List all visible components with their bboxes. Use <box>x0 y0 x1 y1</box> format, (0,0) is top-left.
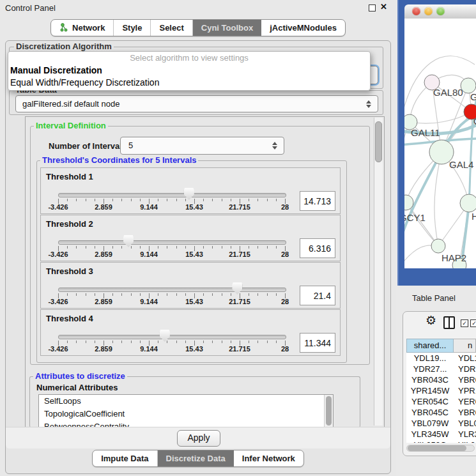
table-panel-title: Table Panel <box>412 293 456 303</box>
table-data-combobox[interactable]: galFiltered.sif default node <box>15 95 378 112</box>
threshold-1-value-field[interactable]: 14.713 <box>300 191 335 211</box>
split-view-icon[interactable] <box>443 316 455 329</box>
discretization-algorithm-group-title: Discretization Algorithm <box>14 42 114 51</box>
dropdown-item-manual-discretization[interactable]: Manual Discretization <box>8 65 370 77</box>
threshold-label: Threshold 1 <box>46 172 93 181</box>
settings-vertical-scrollbar[interactable] <box>374 118 383 426</box>
tab-discretize-data[interactable]: Discretize Data <box>158 450 234 466</box>
checkbox-icon[interactable]: ✓ <box>470 319 476 327</box>
threshold-4-value-field[interactable]: 11.344 <box>300 333 335 353</box>
threshold-4-slider[interactable] <box>58 335 286 339</box>
close-icon[interactable]: ✕ <box>380 2 387 12</box>
threshold-3-slider[interactable] <box>58 288 286 292</box>
threshold-3-value-field[interactable]: 21.4 <box>300 286 335 305</box>
tab-network-label: Network <box>72 23 105 33</box>
gear-icon[interactable]: ⚙ <box>426 314 436 326</box>
table-row[interactable]: YPR145WYPR1 <box>406 385 476 396</box>
tab-network[interactable]: Network <box>51 20 114 36</box>
tab-infer-network[interactable]: Infer Network <box>234 450 303 466</box>
tab-infer-label: Infer Network <box>242 454 295 463</box>
node-label-gal80: GAL80 <box>433 87 463 98</box>
cell: YDL1 <box>454 353 476 364</box>
slider-tick-labels: -3.4262.8599.14415.4321.71528 <box>58 298 285 306</box>
node-h[interactable] <box>460 194 476 212</box>
numerical-attributes-list: SelfLoops TopologicalCoefficient Between… <box>38 394 334 428</box>
cell: YER0 <box>454 396 476 407</box>
attributes-group-title: Attributes to discretize <box>33 372 127 381</box>
threshold-label: Threshold 4 <box>46 314 93 323</box>
table-row[interactable]: YBR043CYBR0 <box>406 374 476 385</box>
table-body: YDL19...YDL1 YDR27...YDR2 YBR043CYBR0 YP… <box>406 353 476 443</box>
threshold-2-value-field[interactable]: 6.316 <box>300 238 335 258</box>
close-traffic-light-icon[interactable] <box>412 7 420 15</box>
apply-button[interactable]: Apply <box>177 430 220 447</box>
tab-jactive-label: jActiveMNodules <box>270 23 337 33</box>
node-attribute-table: shared... n YDL19...YDL1 YDR27...YDR2 YB… <box>406 339 476 443</box>
table-header-row: shared... n <box>406 339 476 353</box>
float-window-icon[interactable] <box>369 4 376 12</box>
algorithm-dropdown-popup: Select algorithm to view settings Manual… <box>8 51 371 91</box>
threshold-panel: Threshold 3 -3.4262.8599.14415.4321.7152… <box>40 262 341 309</box>
network-icon <box>59 23 68 33</box>
settings-scrollbar-thumb[interactable] <box>375 121 382 162</box>
slider-tick-labels: -3.4262.8599.14415.4321.71528 <box>58 345 285 353</box>
threshold-2-slider[interactable] <box>58 240 286 245</box>
slider-tick-labels: -3.4262.8599.14415.4321.71528 <box>58 250 285 259</box>
top-tab-bar: Network Style Select Cyni Toolbox jActiv… <box>0 19 396 36</box>
table-row[interactable]: YLR345WYLR3 <box>406 429 476 440</box>
cell: YBR045C <box>406 407 454 418</box>
list-item[interactable]: SelfLoops <box>39 395 333 408</box>
table-data-selected-value: galFiltered.sif default node <box>22 96 119 112</box>
thresholds-group-title: Threshold's Coordinates for 5 Intervals <box>40 156 198 165</box>
combo-spinner-icon <box>366 100 372 108</box>
cell: YPR1 <box>454 385 476 396</box>
table-row[interactable]: YER054CYER0 <box>406 396 476 407</box>
column-header-name[interactable]: n <box>454 339 476 353</box>
tab-style-label: Style <box>122 23 142 33</box>
number-of-intervals-value: 5 <box>128 137 133 154</box>
tab-impute-label: Impute Data <box>101 454 148 463</box>
zoom-traffic-light-icon[interactable] <box>436 7 445 15</box>
cell: YDL19... <box>406 353 454 364</box>
threshold-panel: Threshold 1 -3.4262.8599.14415.4321.7152… <box>40 167 341 214</box>
table-row[interactable]: YDR27...YDR2 <box>406 364 476 374</box>
numerical-attributes-label: Numerical Attributes <box>36 383 118 392</box>
threshold-label: Threshold 3 <box>46 266 93 276</box>
node-hap2[interactable] <box>431 239 445 253</box>
cell: YLR3 <box>454 429 476 440</box>
table-row[interactable]: YBL079WYBL0 <box>406 418 476 429</box>
cell: YPR145W <box>406 385 454 396</box>
control-panel-titlebar: Control Panel ✕ <box>0 0 396 17</box>
network-graph: GAL80 GA C GAL11 GAL4 GCY1 H HAP2 <box>404 19 476 268</box>
list-item[interactable]: TopologicalCoefficient <box>39 408 333 420</box>
network-window-titlebar[interactable] <box>404 4 476 19</box>
threshold-panel: Threshold 2 -3.4262.8599.14415.4321.7152… <box>40 215 341 261</box>
tab-select[interactable]: Select <box>151 20 192 36</box>
dropdown-item-equal-width-frequency[interactable]: Equal Width/Frequency Discretization <box>8 77 370 89</box>
cell: YIL052C <box>406 440 454 443</box>
tab-discretize-label: Discretize Data <box>166 454 226 463</box>
tab-impute-data[interactable]: Impute Data <box>93 450 157 466</box>
table-row[interactable]: YBR045CYBR0 <box>406 407 476 418</box>
checkbox-icon[interactable]: ✓ <box>461 319 468 327</box>
number-of-intervals-label: Number of Intervals <box>49 141 127 151</box>
tab-style[interactable]: Style <box>114 20 151 36</box>
minimize-traffic-light-icon[interactable] <box>424 7 433 15</box>
tab-cyni-toolbox[interactable]: Cyni Toolbox <box>193 20 261 36</box>
list-scrollbar-thumb[interactable] <box>326 396 332 426</box>
table-row[interactable]: YIL052CYIL0 <box>406 440 476 443</box>
threshold-1-slider[interactable] <box>58 193 286 197</box>
threshold-panel: Threshold 4 -3.4262.8599.14415.4321.7152… <box>40 309 341 356</box>
table-hscrollbar-thumb[interactable] <box>408 445 466 451</box>
table-row[interactable]: YDL19...YDL1 <box>406 353 476 364</box>
list-vertical-scrollbar[interactable] <box>324 395 333 427</box>
tab-jactivemnodules[interactable]: jActiveMNodules <box>261 20 345 36</box>
dropdown-prompt: Select algorithm to view settings <box>8 52 370 65</box>
slider-tick-labels: -3.4262.8599.14415.4321.71528 <box>58 203 285 211</box>
network-canvas[interactable]: GAL80 GA C GAL11 GAL4 GCY1 H HAP2 <box>404 19 476 268</box>
node-label-gal4: GAL4 <box>449 159 473 170</box>
column-header-shared-name[interactable]: shared... <box>406 339 454 353</box>
number-of-intervals-combobox[interactable]: 5 <box>120 137 284 155</box>
interval-definition-title: Interval Definition <box>34 121 108 130</box>
bottom-tab-bar: Impute Data Discretize Data Infer Networ… <box>0 450 396 467</box>
